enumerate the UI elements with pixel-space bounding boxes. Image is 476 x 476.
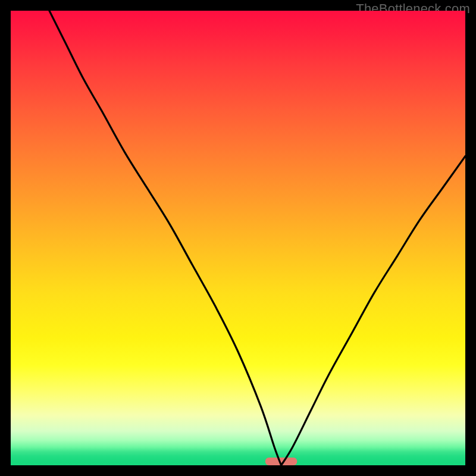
plot-area: [11, 11, 465, 465]
chart-frame: TheBottleneck.com: [0, 0, 476, 476]
curve-left-branch: [49, 11, 281, 465]
chart-svg: [11, 11, 465, 465]
curve-right-branch: [281, 156, 465, 465]
